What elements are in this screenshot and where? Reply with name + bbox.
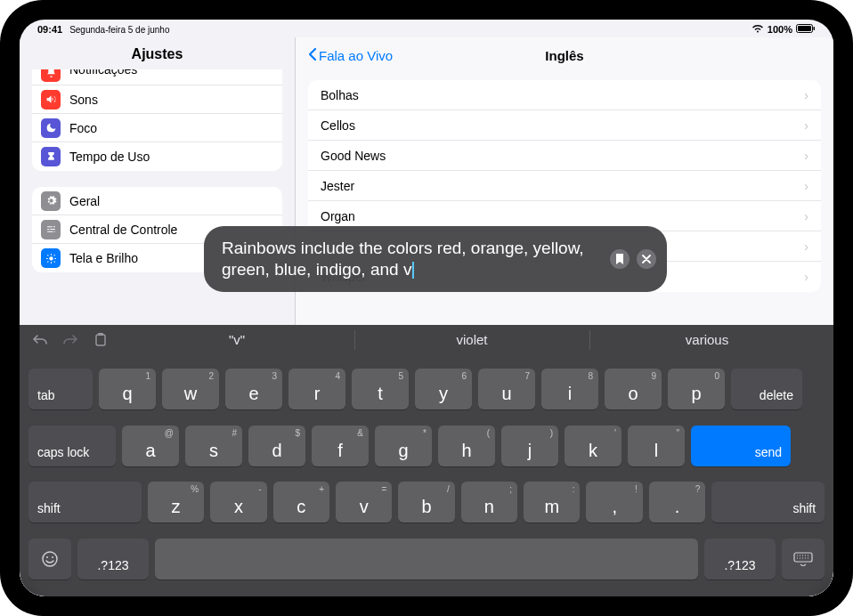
svg-point-6 (43, 552, 57, 566)
chevron-right-icon: › (804, 179, 808, 193)
key-c[interactable]: +c (273, 482, 329, 523)
key-b[interactable]: /b (398, 482, 454, 523)
svg-rect-9 (794, 553, 812, 562)
chevron-right-icon: › (804, 118, 808, 133)
key-tab[interactable]: tab (28, 369, 93, 409)
sidebar-item-notifications[interactable]: Notificações (32, 69, 282, 85)
suggestion-1[interactable]: "v" (119, 325, 354, 355)
live-speech-bubble[interactable]: Rainbows include the colors red, orange,… (204, 226, 667, 292)
voice-label: Organ (321, 209, 355, 223)
key-,[interactable]: !, (586, 482, 642, 523)
key-x[interactable]: -x (210, 482, 266, 523)
key-symbols-left[interactable]: .?123 (77, 539, 149, 580)
sidebar-item-screentime[interactable]: Tempo de Uso (32, 142, 282, 171)
hourglass-icon (41, 147, 61, 166)
keyboard-toolbar: "v" violet various (20, 325, 833, 355)
voice-row[interactable]: Cellos › (308, 110, 821, 141)
svg-rect-1 (798, 26, 811, 31)
content-title: Inglês (545, 48, 583, 63)
voice-label: Jester (321, 179, 354, 193)
key-space[interactable] (155, 539, 698, 580)
key-a[interactable]: @a (122, 426, 179, 466)
speaker-icon (41, 90, 61, 109)
sidebar-item-label: Tempo de Uso (69, 150, 150, 164)
device-frame: 09:41 Segunda-feira 5 de junho 100% Ajus… (0, 0, 853, 616)
keyboard-row-1: tab 1q2w3e4r5t6y7u8i9o0p delete (28, 369, 825, 409)
suggestion-3[interactable]: various (589, 325, 825, 355)
keyboard: "v" violet various tab 1q2w3e4r5t6y7u8i9… (20, 325, 833, 596)
key-v[interactable]: =v (336, 482, 392, 523)
close-button[interactable] (637, 249, 656, 269)
keyboard-row-2: caps lock @a#s$d&f*g(h)j'k"l send (28, 426, 825, 466)
key-g[interactable]: *g (375, 426, 432, 466)
gear-icon (41, 191, 61, 211)
voice-row[interactable]: Jester › (308, 171, 821, 201)
key-h[interactable]: (h (438, 426, 495, 466)
key-p[interactable]: 0p (668, 369, 725, 409)
voice-row[interactable]: Good News › (308, 141, 821, 171)
key-w[interactable]: 2w (162, 369, 219, 409)
key-capslock[interactable]: caps lock (28, 426, 116, 466)
key-symbols-right[interactable]: .?123 (704, 539, 776, 580)
key-u[interactable]: 7u (478, 369, 535, 409)
chevron-right-icon: › (804, 239, 808, 254)
key-y[interactable]: 6y (415, 369, 472, 409)
sidebar-title: Ajustes (20, 37, 295, 69)
key-n[interactable]: ;n (461, 482, 517, 523)
key-z[interactable]: %z (148, 482, 204, 523)
status-time: 09:41 (37, 24, 62, 35)
back-label: Fala ao Vivo (319, 48, 393, 63)
status-date: Segunda-feira 5 de junho (69, 25, 169, 35)
chevron-right-icon: › (804, 149, 808, 163)
clipboard-button[interactable] (89, 328, 112, 352)
voice-row[interactable]: Bolhas › (308, 80, 821, 110)
svg-point-7 (46, 556, 48, 558)
svg-rect-5 (98, 333, 103, 336)
sidebar-item-sounds[interactable]: Sons (32, 85, 282, 114)
svg-rect-4 (96, 335, 105, 345)
key-.[interactable]: ?. (649, 482, 705, 523)
key-t[interactable]: 5t (352, 369, 409, 409)
wifi-icon (751, 24, 764, 35)
sidebar-item-focus[interactable]: Foco (32, 114, 282, 142)
status-bar: 09:41 Segunda-feira 5 de junho 100% (20, 20, 833, 37)
voice-label: Cellos (321, 118, 355, 133)
keyboard-rows: tab 1q2w3e4r5t6y7u8i9o0p delete caps loc… (20, 355, 833, 596)
chevron-right-icon: › (804, 209, 808, 223)
key-k[interactable]: 'k (565, 426, 621, 466)
chevron-left-icon (308, 47, 317, 64)
key-m[interactable]: :m (524, 482, 580, 523)
key-delete[interactable]: delete (731, 369, 802, 409)
key-emoji[interactable] (28, 539, 71, 580)
key-e[interactable]: 3e (225, 369, 282, 409)
key-r[interactable]: 4r (288, 369, 345, 409)
svg-rect-2 (814, 27, 816, 30)
key-d[interactable]: $d (248, 426, 305, 466)
sidebar-item-general[interactable]: Geral (32, 187, 282, 215)
key-i[interactable]: 8i (541, 369, 598, 409)
key-send[interactable]: send (691, 426, 791, 466)
redo-button[interactable] (59, 328, 82, 352)
key-s[interactable]: #s (185, 426, 242, 466)
key-o[interactable]: 9o (605, 369, 662, 409)
suggestion-2[interactable]: violet (354, 325, 589, 355)
svg-point-8 (52, 556, 53, 558)
live-speech-text[interactable]: Rainbows include the colors red, orange,… (222, 238, 613, 280)
key-shift-left[interactable]: shift (28, 482, 142, 523)
back-button[interactable]: Fala ao Vivo (308, 47, 393, 64)
chevron-right-icon: › (804, 88, 808, 102)
sidebar-item-label: Central de Controle (69, 223, 177, 237)
key-q[interactable]: 1q (99, 369, 156, 409)
bookmark-button[interactable] (610, 249, 630, 269)
undo-button[interactable] (28, 328, 52, 352)
key-j[interactable]: )j (501, 426, 558, 466)
key-f[interactable]: &f (312, 426, 369, 466)
key-shift-right[interactable]: shift (711, 482, 825, 523)
sidebar-item-label: Notificações (69, 69, 137, 77)
svg-point-3 (49, 256, 53, 260)
key-l[interactable]: "l (628, 426, 685, 466)
sidebar-item-label: Sons (69, 93, 98, 107)
sidebar-item-label: Geral (69, 194, 100, 208)
key-dismiss-keyboard[interactable] (782, 539, 825, 580)
keyboard-row-3: shift %z-x+c=v/b;n:m!,?. shift (28, 482, 825, 523)
